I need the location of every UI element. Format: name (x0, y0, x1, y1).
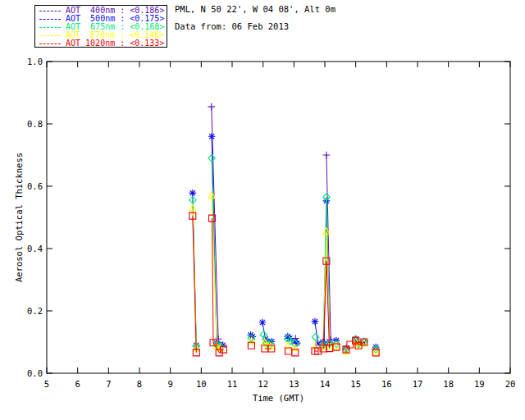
x-axis-title: Time (GMT) (253, 393, 304, 403)
legend-box: AOT 400nm : <0.186>AOT 500nm : <0.175>AO… (34, 5, 167, 48)
x-axis-tick-label: 7 (106, 379, 111, 389)
x-axis-tick-label: 8 (137, 379, 142, 389)
data-point-aot-675nm (312, 334, 319, 341)
x-axis-tick-label: 18 (443, 379, 454, 389)
data-point-aot-1020nm (285, 348, 292, 354)
x-axis-tick-label: 12 (258, 379, 268, 389)
data-point-aot-500nm (208, 133, 216, 140)
plot-frame (47, 62, 510, 373)
data-point-aot-400nm (323, 152, 331, 159)
x-axis-tick-label: 16 (381, 379, 392, 389)
x-axis-tick-label: 19 (474, 379, 485, 389)
data-point-aot-400nm (208, 103, 215, 111)
y-axis-tick-label: 1.0 (27, 57, 43, 66)
x-axis-tick-label: 20 (505, 379, 516, 389)
legend-line-swatch (39, 35, 61, 36)
legend-line-swatch (39, 43, 61, 44)
y-axis-tick-label: 0.6 (27, 181, 43, 191)
x-axis-tick-label: 11 (227, 379, 238, 389)
plot-header: PML, N 50 22', W 04 08', Alt 0m Data fro… (175, 5, 336, 39)
series-line-aot-1020nm (193, 216, 197, 353)
y-axis-tick-label: 0.4 (27, 244, 43, 253)
legend-label: AOT 1020nm : <0.133> (66, 39, 164, 48)
date-info: Data from: 06 Feb 2013 (175, 22, 336, 31)
x-axis-tick-label: 6 (75, 379, 80, 389)
y-axis-tick-label: 0.8 (27, 119, 43, 129)
legend-line-swatch (39, 19, 61, 20)
station-info: PML, N 50 22', W 04 08', Alt 0m (175, 5, 336, 14)
y-axis-tick-label: 0.2 (27, 306, 43, 316)
x-axis-tick-label: 10 (196, 379, 207, 389)
legend-line-swatch (39, 11, 61, 11)
legend-item: AOT 1020nm : <0.133> (38, 39, 164, 48)
aot-chart: 5678910111213141516171819200.00.20.40.60… (0, 0, 525, 420)
x-axis-tick-label: 14 (320, 379, 331, 389)
plot-window: AOT 400nm : <0.186>AOT 500nm : <0.175>AO… (0, 0, 525, 420)
y-axis-title: Aerosol Optical Thickness (14, 153, 24, 282)
x-axis-tick-label: 9 (168, 379, 173, 389)
x-axis-tick-label: 15 (350, 379, 361, 389)
x-axis-tick-label: 13 (289, 379, 299, 389)
x-axis-tick-label: 17 (413, 379, 423, 389)
x-axis-tick-label: 5 (44, 379, 49, 389)
data-point-aot-500nm (189, 189, 196, 197)
data-point-aot-870nm (285, 342, 291, 349)
y-axis-tick-label: 0.0 (27, 368, 43, 378)
data-point-aot-500nm (312, 318, 319, 326)
data-point-aot-500nm (259, 319, 267, 326)
legend-line-swatch (39, 27, 61, 28)
